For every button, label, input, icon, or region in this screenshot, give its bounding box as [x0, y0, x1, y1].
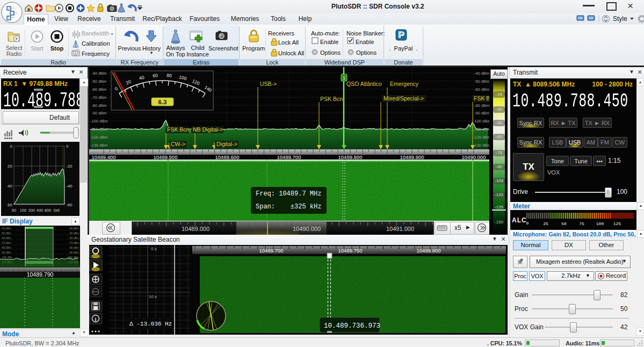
- svg-text:10489.600: 10489.600: [215, 154, 240, 160]
- svg-text:-60 dBm: -60 dBm: [91, 87, 106, 92]
- svg-text:10489.500: 10489.500: [154, 154, 178, 160]
- svg-text:-40 dBm: -40 dBm: [1, 227, 11, 230]
- svg-text:0 s: 0 s: [151, 247, 157, 251]
- svg-text:-40 dBm: -40 dBm: [69, 227, 79, 230]
- svg-text:Δ -13.036 Hz: Δ -13.036 Hz: [129, 321, 172, 327]
- svg-text:6.3: 6.3: [158, 99, 167, 105]
- svg-text:-100 dBm: -100 dBm: [473, 119, 489, 124]
- svg-text:i: i: [95, 316, 97, 322]
- svg-text:10 s: 10 s: [149, 294, 157, 299]
- svg-text:USB->: USB->: [260, 81, 277, 87]
- svg-text:800: 800: [45, 208, 52, 213]
- svg-text:-70 dBm: -70 dBm: [91, 95, 106, 100]
- svg-text:NB Digital->: NB Digital->: [193, 126, 223, 133]
- svg-text:-90 dBm: -90 dBm: [69, 251, 79, 254]
- svg-text:-130 dBm: -130 dBm: [473, 143, 489, 148]
- svg-text:60: 60: [153, 73, 158, 78]
- svg-text:-40 dBm: -40 dBm: [91, 71, 106, 76]
- svg-text:-120 dBm: -120 dBm: [90, 135, 108, 140]
- svg-text:10489.800: 10489.800: [338, 154, 363, 160]
- svg-text:10490.000: 10490.000: [293, 226, 321, 232]
- svg-text:75: 75: [579, 221, 584, 226]
- svg-text:10489.700: 10489.700: [277, 154, 301, 160]
- svg-text:FSK Bcn,: FSK Bcn,: [167, 126, 191, 133]
- svg-text:60: 60: [8, 203, 12, 207]
- svg-text:10489.400: 10489.400: [92, 154, 116, 160]
- svg-text:-130 dBm: -130 dBm: [90, 143, 108, 148]
- svg-text:10489.900: 10489.900: [400, 154, 424, 160]
- svg-text:10489.750: 10489.750: [338, 248, 363, 254]
- svg-text:50: 50: [561, 221, 567, 226]
- svg-text:100: 100: [596, 221, 604, 226]
- svg-text:-80 dBm: -80 dBm: [69, 246, 79, 249]
- svg-text:-80 dBm: -80 dBm: [1, 246, 11, 249]
- svg-text:-70 dBm: -70 dBm: [1, 241, 11, 244]
- svg-text:-120 dBm: -120 dBm: [473, 135, 489, 140]
- svg-text:10490.000: 10490.000: [462, 154, 486, 160]
- svg-text:10489.800: 10489.800: [417, 248, 441, 254]
- svg-text:1: 1: [343, 75, 345, 81]
- svg-text:-70 dBm: -70 dBm: [69, 241, 79, 244]
- svg-text:-20: -20: [66, 164, 73, 169]
- svg-text:QSO Atlântico: QSO Atlântico: [346, 81, 382, 87]
- svg-text:40: 40: [8, 184, 12, 189]
- svg-text:-90 dBm: -90 dBm: [1, 251, 11, 254]
- svg-text:-100 dBm: -100 dBm: [90, 119, 108, 124]
- svg-text:Freq: 10489.7 MHz: Freq: 10489.7 MHz: [256, 190, 321, 198]
- svg-text:FSK B: FSK B: [474, 95, 489, 102]
- svg-text:-50 dBm: -50 dBm: [91, 79, 106, 84]
- svg-text:0: 0: [526, 221, 529, 226]
- svg-text:-90 dBm: -90 dBm: [474, 111, 489, 115]
- svg-text:400: 400: [37, 208, 44, 213]
- svg-text:0: 0: [10, 144, 13, 149]
- svg-text:-40 dBm: -40 dBm: [474, 71, 489, 76]
- svg-text:0: 0: [66, 144, 69, 149]
- svg-text:125: 125: [613, 221, 621, 226]
- svg-text:-110 dBm: -110 dBm: [473, 127, 489, 132]
- svg-text:-90 dBm: -90 dBm: [91, 111, 106, 115]
- svg-text:-60 dBm: -60 dBm: [1, 236, 11, 240]
- svg-text:-50 dBm: -50 dBm: [1, 232, 11, 235]
- svg-text:20: 20: [8, 164, 12, 169]
- svg-text:1k6: 1k6: [53, 208, 60, 213]
- svg-text:Digital->: Digital->: [216, 141, 237, 147]
- svg-text:-100 dBm: -100 dBm: [1, 256, 13, 259]
- svg-text:-40: -40: [66, 184, 73, 189]
- svg-text:PSK Bcn: PSK Bcn: [320, 96, 343, 102]
- svg-text:10491.000: 10491.000: [386, 226, 414, 232]
- svg-text:25: 25: [543, 221, 548, 226]
- svg-text:Emergency: Emergency: [390, 81, 419, 87]
- svg-text:Span: ±325 kHz: Span: ±325 kHz: [256, 203, 321, 211]
- svg-text:-110 dBm: -110 dBm: [90, 127, 107, 132]
- svg-text:CW->: CW->: [171, 141, 185, 147]
- svg-text:-60 dBm: -60 dBm: [69, 236, 79, 240]
- svg-text:Mixed/Special->: Mixed/Special->: [383, 95, 424, 102]
- svg-text:80: 80: [167, 73, 172, 78]
- svg-text:-50 dBm: -50 dBm: [474, 79, 489, 84]
- svg-text:100: 100: [20, 208, 27, 213]
- svg-text:10489.000: 10489.000: [182, 226, 209, 232]
- svg-text:-50 dBm: -50 dBm: [69, 232, 79, 235]
- svg-text:-80 dBm: -80 dBm: [91, 103, 106, 108]
- svg-text:10.489.736.973: 10.489.736.973: [324, 322, 380, 330]
- svg-text:10489.700: 10489.700: [259, 248, 284, 254]
- svg-text:50: 50: [12, 208, 16, 213]
- svg-text:-80 dBm: -80 dBm: [474, 103, 489, 108]
- svg-text:-60 dBm: -60 dBm: [474, 87, 489, 92]
- svg-text:200: 200: [28, 208, 35, 213]
- svg-text:P: P: [397, 30, 403, 40]
- svg-text:-60: -60: [66, 203, 73, 207]
